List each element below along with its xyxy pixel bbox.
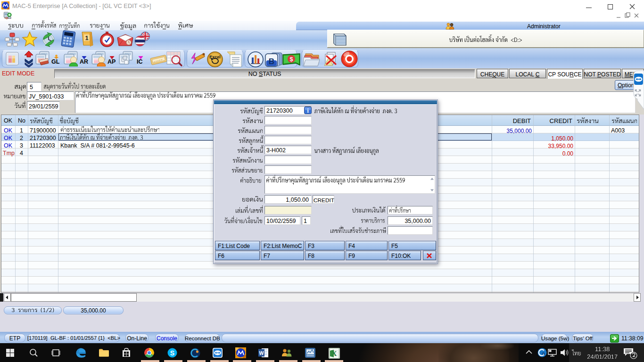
- svg-text:$: $: [289, 56, 293, 63]
- svg-text:W: W: [259, 350, 264, 356]
- svg-text:i: i: [543, 353, 544, 356]
- svg-text:S: S: [170, 349, 174, 357]
- svg-text:X: X: [332, 350, 337, 357]
- svg-text:1: 1: [85, 34, 88, 41]
- svg-text:B: B: [269, 57, 274, 66]
